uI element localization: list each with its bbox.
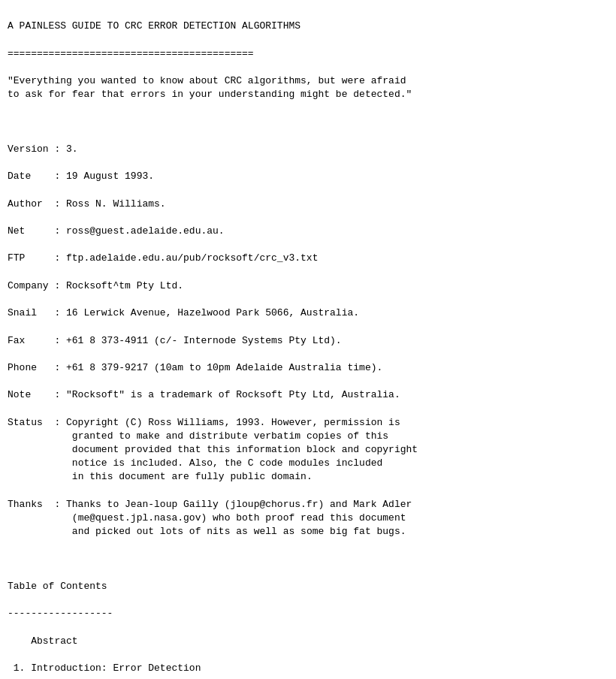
thanks-line: Thanks : Thanks to Jean-loup Gailly (jlo… xyxy=(8,499,412,537)
toc-separator: ------------------ xyxy=(8,608,113,619)
toc-item-1: 1. Introduction: Error Detection xyxy=(8,662,201,674)
status-line: Status : Copyright (C) Ross Williams, 19… xyxy=(8,417,418,483)
fax-line: Fax : +61 8 373-4911 (c/- Internode Syst… xyxy=(8,335,342,346)
document-content: A PAINLESS GUIDE TO CRC ERROR DETECTION … xyxy=(8,6,608,679)
separator1: ========================================… xyxy=(8,48,254,59)
phone-line: Phone : +61 8 379-9217 (10am to 10pm Ade… xyxy=(8,362,382,373)
author-line: Author : Ross N. Williams. xyxy=(8,198,166,210)
note-line: Note : "Rocksoft" is a trademark of Rock… xyxy=(8,389,400,400)
net-line: Net : ross@guest.adelaide.edu.au. xyxy=(8,225,225,237)
company-line: Company : Rocksoft^tm Pty Ltd. xyxy=(8,280,183,291)
version-line: Version : 3. xyxy=(8,143,78,155)
snail-line: Snail : 16 Lerwick Avenue, Hazelwood Par… xyxy=(8,307,359,318)
quote: "Everything you wanted to know about CRC… xyxy=(8,75,412,100)
toc-title: Table of Contents xyxy=(8,581,107,592)
toc-item-0: Abstract xyxy=(8,635,78,647)
ftp-line: FTP : ftp.adelaide.edu.au/pub/rocksoft/c… xyxy=(8,252,318,264)
document-title: A PAINLESS GUIDE TO CRC ERROR DETECTION … xyxy=(8,20,300,32)
date-line: Date : 19 August 1993. xyxy=(8,171,154,182)
